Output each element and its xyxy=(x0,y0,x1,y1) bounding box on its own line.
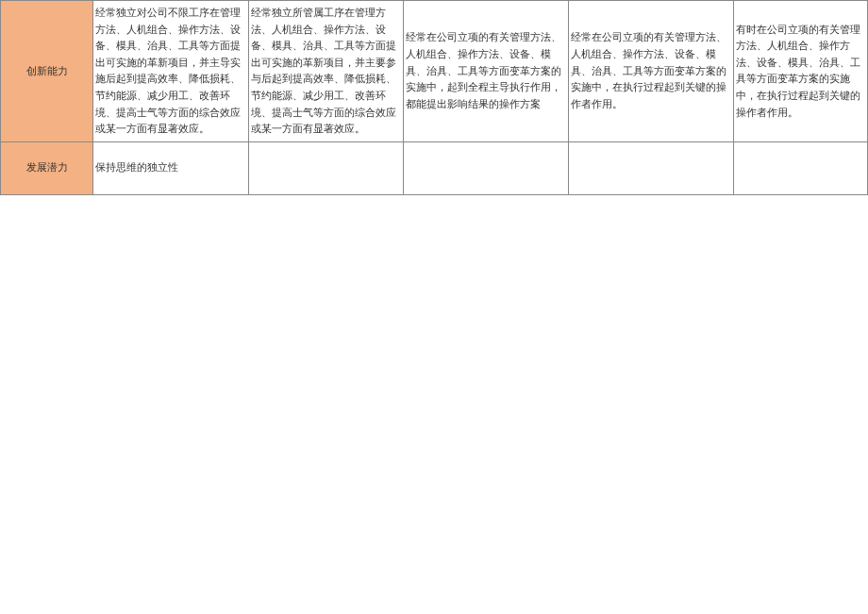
table-cell xyxy=(248,141,403,194)
table-row: 发展潜力 保持思维的独立性 xyxy=(1,141,868,194)
evaluation-table-container: 创新能力 经常独立对公司不限工序在管理方法、人机组合、操作方法、设备、模具、治具… xyxy=(0,0,868,195)
table-cell: 有时在公司立项的有关管理方法、人机组合、操作方法、设备、模具、治具、工具等方面变… xyxy=(733,1,867,142)
table-cell: 保持思维的独立性 xyxy=(93,141,248,194)
table-row: 创新能力 经常独立对公司不限工序在管理方法、人机组合、操作方法、设备、模具、治具… xyxy=(1,1,868,142)
table-cell: 经常在公司立项的有关管理方法、人机组合、操作方法、设备、模具、治具、工具等方面变… xyxy=(568,1,733,142)
table-cell: 经常独立对公司不限工序在管理方法、人机组合、操作方法、设备、模具、治具、工具等方… xyxy=(93,1,248,142)
row-header-potential: 发展潜力 xyxy=(1,141,93,194)
row-header-innovation: 创新能力 xyxy=(1,1,93,142)
table-cell: 经常独立所管属工序在管理方法、人机组合、操作方法、设备、模具、治具、工具等方面提… xyxy=(248,1,403,142)
table-cell: 经常在公司立项的有关管理方法、人机组合、操作方法、设备、模具、治具、工具等方面变… xyxy=(403,1,568,142)
table-cell xyxy=(568,141,733,194)
evaluation-table: 创新能力 经常独立对公司不限工序在管理方法、人机组合、操作方法、设备、模具、治具… xyxy=(0,0,868,195)
table-cell xyxy=(403,141,568,194)
table-cell xyxy=(733,141,867,194)
